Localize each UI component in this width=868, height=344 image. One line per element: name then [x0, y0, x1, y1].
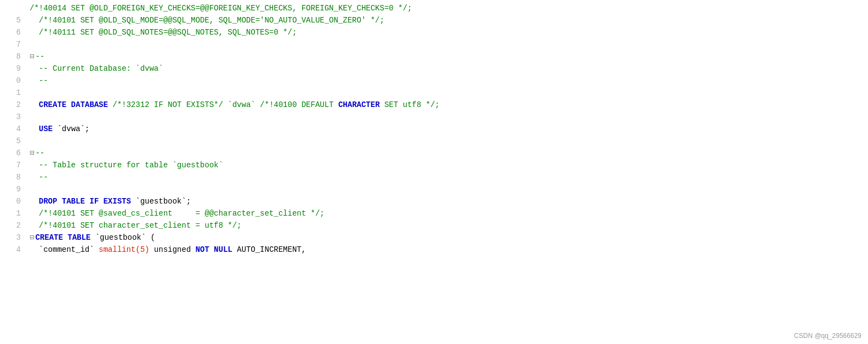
table-row: 1 /*!40101 SET @saved_cs_client = @@char… — [0, 207, 868, 219]
line-number: 3 — [4, 232, 21, 244]
line-number: 4 — [4, 244, 21, 256]
table-row: 4 USE `dvwa`; — [0, 123, 868, 135]
table-row: 2 CREATE DATABASE /*!32312 IF NOT EXISTS… — [0, 99, 868, 111]
table-row: 6⊟-- — [0, 147, 868, 159]
line-content: -- Table structure for table `guestbook` — [30, 159, 864, 171]
line-number: 7 — [4, 159, 21, 171]
line-content: CREATE TABLE `guestbook` ( — [35, 232, 864, 244]
code-container: /*!40014 SET @OLD_FOREIGN_KEY_CHECKS=@@F… — [0, 0, 868, 344]
table-row: 7 -- Table structure for table `guestboo… — [0, 159, 868, 171]
line-number: 7 — [4, 38, 21, 50]
line-content: -- — [30, 75, 864, 87]
line-number: 5 — [4, 14, 21, 26]
line-content: `comment_id` smallint(5) unsigned NOT NU… — [30, 244, 864, 256]
line-number: 2 — [4, 219, 21, 232]
table-row: /*!40014 SET @OLD_FOREIGN_KEY_CHECKS=@@F… — [0, 2, 868, 14]
line-number: 9 — [4, 63, 21, 75]
table-row: 5 /*!40101 SET @OLD_SQL_MODE=@@SQL_MODE,… — [0, 14, 868, 26]
line-number: 8 — [4, 50, 21, 63]
line-content: -- — [30, 171, 864, 183]
line-content — [30, 87, 864, 99]
line-content: /*!40111 SET @OLD_SQL_NOTES=@@SQL_NOTES,… — [30, 26, 864, 38]
line-number: 8 — [4, 171, 21, 183]
table-row: 6 /*!40111 SET @OLD_SQL_NOTES=@@SQL_NOTE… — [0, 26, 868, 38]
line-content — [30, 38, 864, 50]
line-number: 6 — [4, 147, 21, 159]
line-content — [30, 135, 864, 147]
line-content: DROP TABLE IF EXISTS `guestbook`; — [30, 195, 864, 207]
line-number: 5 — [4, 135, 21, 147]
line-content: /*!40101 SET @saved_cs_client = @@charac… — [30, 207, 864, 219]
line-number: 0 — [4, 75, 21, 87]
table-row: 0 -- — [0, 75, 868, 87]
code-block: /*!40014 SET @OLD_FOREIGN_KEY_CHECKS=@@F… — [0, 0, 868, 258]
table-row: 1 — [0, 87, 868, 99]
table-row: 8 -- — [0, 171, 868, 183]
line-number: 1 — [4, 207, 21, 219]
line-content: /*!40014 SET @OLD_FOREIGN_KEY_CHECKS=@@F… — [30, 2, 864, 14]
line-content — [30, 183, 864, 195]
line-content — [30, 111, 864, 123]
line-content: -- Current Database: `dvwa` — [30, 63, 864, 75]
table-row: 4 `comment_id` smallint(5) unsigned NOT … — [0, 244, 868, 256]
line-number: 1 — [4, 87, 21, 99]
table-row: 3⊟CREATE TABLE `guestbook` ( — [0, 232, 868, 244]
table-row: 9 -- Current Database: `dvwa` — [0, 63, 868, 75]
line-number: 2 — [4, 99, 21, 111]
line-number: 3 — [4, 111, 21, 123]
line-number: 6 — [4, 26, 21, 38]
fold-icon[interactable]: ⊟ — [30, 232, 34, 244]
line-content: -- — [35, 50, 864, 63]
line-number: 0 — [4, 195, 21, 207]
table-row: 2 /*!40101 SET character_set_client = ut… — [0, 219, 868, 232]
fold-icon[interactable]: ⊟ — [30, 147, 34, 159]
line-number: 4 — [4, 123, 21, 135]
table-row: 7 — [0, 38, 868, 50]
fold-icon[interactable]: ⊟ — [30, 50, 34, 63]
line-content: /*!40101 SET @OLD_SQL_MODE=@@SQL_MODE, S… — [30, 14, 864, 26]
line-content: CREATE DATABASE /*!32312 IF NOT EXISTS*/… — [30, 99, 864, 111]
table-row: 5 — [0, 135, 868, 147]
line-number: 9 — [4, 183, 21, 195]
line-content: /*!40101 SET character_set_client = utf8… — [30, 219, 864, 232]
table-row: 9 — [0, 183, 868, 195]
watermark: CSDN @qq_29566629 — [794, 332, 861, 340]
table-row: 8⊟-- — [0, 50, 868, 63]
table-row: 3 — [0, 111, 868, 123]
line-content: USE `dvwa`; — [30, 123, 864, 135]
line-content: -- — [35, 147, 864, 159]
table-row: 0 DROP TABLE IF EXISTS `guestbook`; — [0, 195, 868, 207]
